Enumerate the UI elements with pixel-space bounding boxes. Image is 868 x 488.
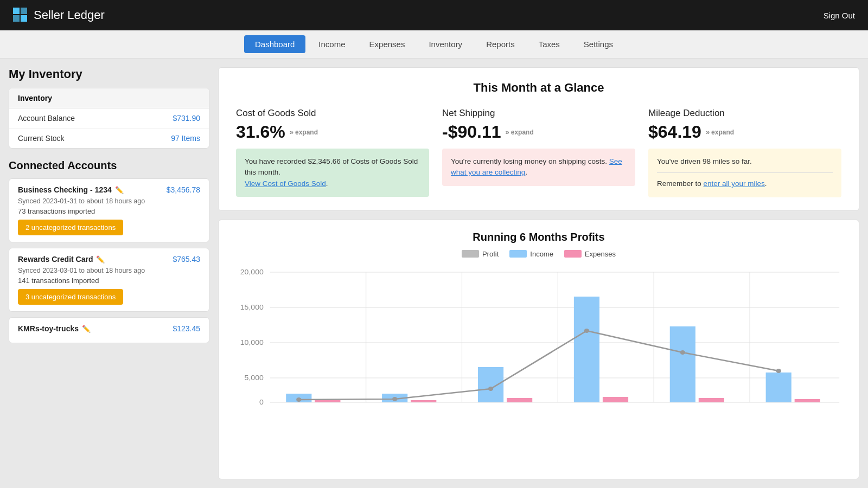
glance-value-cogs: 31.6% expand [236, 122, 429, 142]
account-card-0: Business Checking - 1234 ✏️ $3,456.78 Sy… [9, 178, 209, 242]
nav-item-income[interactable]: Income [308, 35, 356, 53]
svg-rect-0 [13, 8, 20, 14]
expand-shipping[interactable]: expand [506, 128, 534, 136]
glance-col-mileage: Mileage Deduction $64.19 expand You've d… [648, 108, 841, 197]
current-stock-label: Current Stock [18, 134, 65, 143]
account-name-2: KMRs-toy-trucks ✏️ [18, 324, 91, 333]
glance-label-mileage: Mileage Deduction [648, 108, 841, 119]
sidebar: My Inventory Inventory Account Balance $… [9, 67, 209, 479]
income-swatch [509, 250, 527, 258]
info-box-shipping: You're currently losing money on shippin… [442, 149, 635, 186]
glance-label-cogs: Cost of Goods Sold [236, 108, 429, 119]
chart-area: 20,000 15,000 10,000 5,000 0 [232, 267, 846, 408]
account-name-1: Rewards Credit Card ✏️ [18, 255, 105, 264]
connected-accounts-title: Connected Accounts [9, 159, 209, 172]
account-transactions-1: 141 transactions imported [18, 277, 200, 285]
glance-col-shipping: Net Shipping -$90.11 expand You're curre… [442, 108, 635, 197]
chart-title: Running 6 Months Profits [232, 231, 846, 243]
edit-icon-1[interactable]: ✏️ [96, 255, 105, 264]
mileage-link[interactable]: enter all your miles [704, 179, 765, 188]
account-transactions-0: 73 transactions imported [18, 207, 200, 215]
svg-point-33 [488, 387, 493, 391]
chart-legend: Profit Income Expenses [232, 250, 846, 258]
uncategorized-btn-0[interactable]: 2 uncategorized transactions [18, 220, 123, 235]
nav-item-taxes[interactable]: Taxes [528, 35, 571, 53]
legend-profit-label: Profit [482, 250, 499, 258]
nav: Dashboard Income Expenses Inventory Repo… [0, 30, 868, 59]
svg-point-35 [680, 350, 685, 355]
account-sync-0: Synced 2023-01-31 to about 18 hours ago [18, 197, 200, 205]
expand-mileage[interactable]: expand [706, 128, 734, 136]
glance-label-shipping: Net Shipping [442, 108, 635, 119]
cogs-link[interactable]: View Cost of Goods Sold [245, 179, 326, 188]
glance-title: This Month at a Glance [236, 81, 841, 95]
nav-item-dashboard[interactable]: Dashboard [244, 35, 305, 53]
account-header-1: Rewards Credit Card ✏️ $765.43 [18, 255, 200, 264]
legend-income-label: Income [530, 250, 553, 258]
svg-point-36 [776, 369, 781, 373]
glance-grid: Cost of Goods Sold 31.6% expand You have… [236, 108, 841, 197]
my-inventory-title: My Inventory [9, 67, 209, 81]
profit-swatch [462, 250, 479, 258]
svg-rect-29 [766, 373, 792, 402]
current-stock-row: Current Stock 97 Items [9, 129, 209, 148]
legend-profit: Profit [462, 250, 499, 258]
chart-svg: 20,000 15,000 10,000 5,000 0 [232, 267, 846, 408]
svg-rect-26 [603, 397, 628, 402]
inventory-card-header: Inventory [9, 88, 209, 108]
svg-text:15,000: 15,000 [240, 304, 264, 311]
chart-card: Running 6 Months Profits Profit Income E… [218, 220, 859, 480]
svg-rect-20 [315, 400, 340, 402]
nav-item-reports[interactable]: Reports [475, 35, 526, 53]
svg-point-31 [296, 397, 301, 402]
app-title: Seller Ledger [34, 8, 105, 22]
svg-text:20,000: 20,000 [240, 268, 264, 276]
svg-rect-22 [411, 400, 436, 402]
svg-point-32 [392, 397, 397, 401]
account-card-1: Rewards Credit Card ✏️ $765.43 Synced 20… [9, 248, 209, 312]
svg-rect-24 [507, 398, 532, 402]
logo: Seller Ledger [13, 8, 105, 23]
glance-card: This Month at a Glance Cost of Goods Sol… [218, 67, 859, 211]
header: Seller Ledger Sign Out [0, 0, 868, 30]
legend-expenses: Expenses [564, 250, 616, 258]
inventory-summary-card: Inventory Account Balance $731.90 Curren… [9, 88, 209, 149]
account-balance-label: Account Balance [18, 114, 75, 123]
account-balance-0[interactable]: $3,456.78 [167, 185, 200, 194]
account-card-2: KMRs-toy-trucks ✏️ $123.45 [9, 317, 209, 343]
edit-icon-2[interactable]: ✏️ [82, 325, 91, 333]
legend-income: Income [509, 250, 553, 258]
svg-rect-23 [478, 367, 503, 402]
svg-rect-2 [13, 15, 20, 22]
shipping-link[interactable]: See what you are collecting [451, 157, 622, 176]
svg-text:10,000: 10,000 [240, 339, 264, 346]
svg-rect-28 [699, 398, 724, 402]
svg-rect-25 [574, 297, 599, 402]
svg-rect-30 [795, 399, 820, 402]
nav-item-inventory[interactable]: Inventory [418, 35, 473, 53]
sign-out-button[interactable]: Sign Out [824, 11, 855, 20]
account-header-2: KMRs-toy-trucks ✏️ $123.45 [18, 324, 200, 333]
svg-text:5,000: 5,000 [245, 374, 264, 382]
account-sync-1: Synced 2023-03-01 to about 18 hours ago [18, 267, 200, 274]
glance-value-mileage: $64.19 expand [648, 122, 841, 142]
account-balance-2[interactable]: $123.45 [173, 324, 200, 333]
svg-rect-3 [21, 15, 27, 22]
svg-rect-1 [21, 8, 27, 14]
main-content: This Month at a Glance Cost of Goods Sol… [218, 67, 859, 479]
account-balance-1[interactable]: $765.43 [173, 255, 200, 264]
nav-item-expenses[interactable]: Expenses [359, 35, 416, 53]
legend-expenses-label: Expenses [585, 250, 616, 258]
edit-icon-0[interactable]: ✏️ [115, 186, 124, 194]
account-header-0: Business Checking - 1234 ✏️ $3,456.78 [18, 185, 200, 194]
info-box-mileage: You've driven 98 miles so far. Remember … [648, 149, 841, 197]
expand-cogs[interactable]: expand [290, 128, 318, 136]
account-name-0: Business Checking - 1234 ✏️ [18, 185, 124, 194]
current-stock-value[interactable]: 97 Items [171, 134, 200, 143]
account-balance-value[interactable]: $731.90 [173, 114, 200, 123]
logo-icon [13, 8, 28, 23]
uncategorized-btn-1[interactable]: 3 uncategorized transactions [18, 289, 123, 305]
main-layout: My Inventory Inventory Account Balance $… [0, 59, 868, 488]
svg-text:0: 0 [259, 399, 264, 406]
nav-item-settings[interactable]: Settings [573, 35, 624, 53]
